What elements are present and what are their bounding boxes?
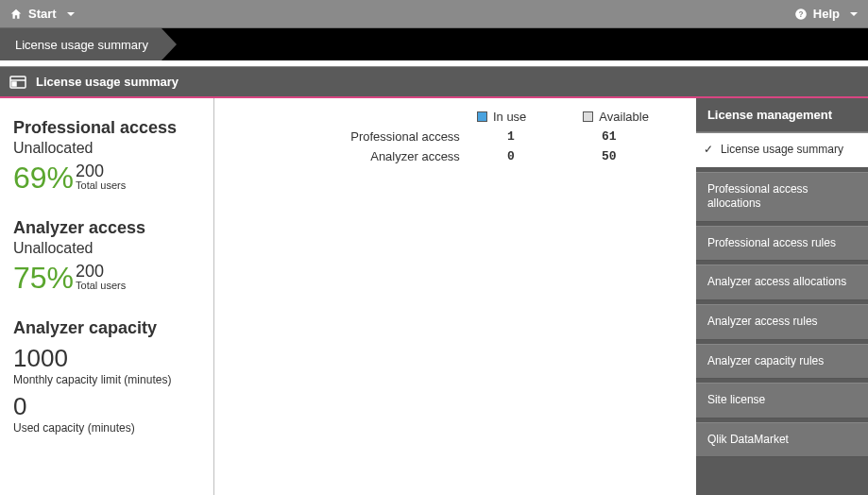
unallocated-pct: 75% [13,263,74,293]
section-title-bar: License usage summary [0,66,868,98]
nav-item-site-license[interactable]: Site license [696,383,868,418]
capacity-limit-label: Monthly capacity limit (minutes) [13,373,200,386]
total-count: 200 [76,162,126,180]
available-value: 61 [583,129,677,144]
nav-item-analyzer-capacity-rules[interactable]: Analyzer capacity rules [696,344,868,380]
legend: In use Available [233,108,677,124]
breadcrumb-item[interactable]: License usage summary [0,28,162,60]
usage-table: In use Available Professional access 1 6… [214,98,696,495]
help-menu[interactable]: ? Help [794,7,859,21]
inuse-value: 0 [488,149,583,163]
capacity-used: 0 [13,392,200,421]
nav-item-professional-access-rules[interactable]: Professional access rules [696,226,868,262]
svg-text:?: ? [798,9,803,18]
legend-available: Available [583,110,649,124]
analyzer-access-block: Analyzer access Unallocated 75% 200 Tota… [13,219,200,293]
stats-title: Analyzer capacity [13,319,200,338]
help-icon: ? [794,8,808,21]
legend-label: In use [493,110,526,124]
svg-rect-4 [12,82,16,86]
square-icon [477,111,487,122]
total-count: 200 [76,263,126,281]
breadcrumb: License usage summary [0,28,868,60]
nav-item-license-usage-summary[interactable]: License usage summary [696,132,868,168]
license-management-nav: License management License usage summary… [696,98,868,495]
stats-subtitle: Unallocated [13,240,200,257]
nav-item-professional-access-allocations[interactable]: Professional access allocations [696,172,868,222]
legend-inuse: In use [477,110,526,124]
nav-item-analyzer-access-rules[interactable]: Analyzer access rules [696,304,868,340]
row-label: Professional access [233,129,488,144]
stats-panel: Professional access Unallocated 69% 200 … [0,98,214,495]
capacity-limit: 1000 [13,344,200,373]
row-label: Analyzer access [233,149,488,163]
stats-subtitle: Unallocated [13,140,200,157]
unallocated-pct: 69% [13,162,74,193]
total-label: Total users [76,281,126,292]
available-value: 50 [583,149,677,163]
legend-label: Available [599,110,649,124]
nav-item-qlik-datamarket[interactable]: Qlik DataMarket [696,422,868,458]
nav-item-analyzer-access-allocations[interactable]: Analyzer access allocations [696,265,868,300]
top-bar: Start ? Help [0,0,868,28]
inuse-value: 1 [488,129,583,144]
breadcrumb-label: License usage summary [15,38,148,52]
card-icon [9,76,26,89]
capacity-used-label: Used capacity (minutes) [13,421,200,435]
stats-title: Professional access [13,119,200,138]
total-label: Total users [76,180,126,192]
caret-down-icon [849,9,859,19]
table-row: Analyzer access 0 50 [233,149,677,163]
square-icon [583,111,593,122]
professional-access-block: Professional access Unallocated 69% 200 … [13,119,200,193]
stats-title: Analyzer access [13,219,200,238]
section-title: License usage summary [36,75,179,89]
start-label: Start [28,7,57,21]
nav-header: License management [696,98,868,132]
caret-down-icon [66,9,76,19]
start-menu[interactable]: Start [9,7,76,21]
analyzer-capacity-block: Analyzer capacity 1000 Monthly capacity … [13,319,200,435]
table-row: Professional access 1 61 [233,129,677,144]
content: Professional access Unallocated 69% 200 … [0,98,868,495]
help-label: Help [813,7,840,21]
home-icon [9,8,23,21]
